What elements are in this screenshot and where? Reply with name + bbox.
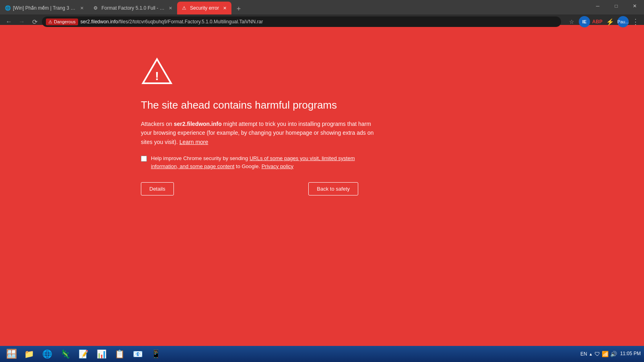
error-page: ! The site ahead contains harmful progra… (0, 25, 644, 346)
taskbar-app8[interactable]: 📱 (148, 347, 164, 361)
warning-icon-container: ! (141, 57, 382, 87)
tab-3[interactable]: ⚠ Security error ✕ (177, 2, 231, 14)
error-container: ! The site ahead contains harmful progra… (141, 57, 382, 195)
error-description: Attackers on ser2.filedwon.info might at… (141, 119, 382, 146)
url-path: /files/2/totcvr6uqbuhq9/Format.Factory.5… (118, 19, 263, 25)
taskbar-chrome[interactable]: 🌐 (39, 347, 56, 361)
profile-button[interactable]: Pau... (617, 16, 629, 27)
taskbar-file-explorer[interactable]: 📁 (21, 347, 37, 361)
checkbox-suffix: to Google. (234, 163, 260, 169)
menu-button[interactable]: ⋮ (630, 17, 641, 26)
learn-more-link[interactable]: Learn more (180, 139, 208, 145)
tray-icon-3: 🔊 (610, 351, 617, 357)
tab-bar: 🌐 [Win] Phần mềm | Trang 3 | Tinh... ✕ ⚙… (0, 0, 644, 14)
privacy-policy-link[interactable]: Privacy policy (262, 163, 293, 169)
close-button[interactable]: ✕ (625, 0, 644, 12)
chrome-frame: 🌐 [Win] Phần mềm | Trang 3 | Tinh... ✕ ⚙… (0, 0, 644, 25)
extension-1-button[interactable]: IE (579, 16, 590, 27)
clock: 11:05 PM (620, 351, 641, 357)
tab-1-close[interactable]: ✕ (80, 6, 84, 11)
toolbar-icons: ☆ IE ABP ⚡ Pau... ⋮ (566, 16, 641, 27)
dangerous-label: Dangerous (54, 19, 76, 24)
tray-icon-2: 📶 (602, 351, 609, 357)
tab-2[interactable]: ⚙ Format Factory 5.1.0 Full - Chuy... ✕ (89, 2, 177, 14)
window-controls: ─ □ ✕ (588, 0, 644, 12)
taskbar-powerpoint[interactable]: 📊 (93, 347, 110, 361)
tab-3-close[interactable]: ✕ (223, 6, 227, 11)
refresh-button[interactable]: ⟳ (29, 16, 40, 27)
maximize-button[interactable]: □ (607, 0, 625, 12)
app8-icon: 📱 (151, 349, 161, 359)
checkbox-label: Help improve Chrome security by sending … (151, 154, 382, 170)
chrome-icon: 🌐 (42, 349, 52, 359)
tab-2-label: Format Factory 5.1.0 Full - Chuy... (101, 5, 165, 11)
mail-icon: 📧 (133, 349, 143, 359)
new-tab-button[interactable]: + (233, 3, 244, 14)
taskbar-word[interactable]: 📝 (75, 347, 92, 361)
svg-text:!: ! (155, 69, 159, 82)
url-text: ser2.filedwon.info/files/2/totcvr6uqbuhq… (80, 19, 557, 25)
start-icon: 🪟 (6, 349, 17, 359)
language-indicator[interactable]: EN (580, 351, 587, 357)
address-bar-row: ← → ⟳ ⚠ Dangerous ser2.filedwon.info/fil… (0, 14, 644, 29)
tab-3-favicon: ⚠ (182, 5, 188, 11)
checkbox-prefix: Help improve Chrome security by sending (151, 155, 250, 161)
forward-button[interactable]: → (16, 16, 27, 27)
url-domain: ser2.filedwon.info (80, 19, 118, 25)
tab-1-label: [Win] Phần mềm | Trang 3 | Tinh... (13, 5, 76, 11)
details-button[interactable]: Details (141, 182, 174, 195)
tab-3-label: Security error (190, 5, 219, 11)
extension-3-button[interactable]: ⚡ (605, 16, 616, 27)
error-domain: ser2.filedwon.info (174, 121, 222, 127)
bookmark-button[interactable]: ☆ (566, 16, 577, 27)
warning-icon: ⚠ (48, 19, 52, 25)
tab-2-favicon: ⚙ (93, 5, 99, 11)
minimize-button[interactable]: ─ (588, 0, 607, 12)
excel-icon: 📋 (115, 349, 125, 359)
button-row: Details Back to safety (141, 182, 358, 195)
app3-icon: 🦎 (60, 349, 70, 359)
taskbar-mail[interactable]: 📧 (130, 347, 146, 361)
dangerous-badge: ⚠ Dangerous (46, 19, 78, 25)
tab-2-close[interactable]: ✕ (169, 6, 172, 11)
system-tray: EN ▲ 🛡 📶 🔊 (580, 351, 617, 357)
send-data-checkbox[interactable] (141, 156, 147, 162)
taskbar-excel[interactable]: 📋 (111, 347, 128, 361)
tab-1[interactable]: 🌐 [Win] Phần mềm | Trang 3 | Tinh... ✕ (0, 2, 89, 14)
word-icon: 📝 (78, 349, 89, 359)
back-button[interactable]: ← (3, 16, 14, 27)
warning-triangle-icon: ! (141, 57, 173, 85)
taskbar: 🪟 📁 🌐 🦎 📝 📊 📋 📧 📱 EN ▲ 🛡 📶 🔊 11:05 PM (0, 346, 644, 362)
up-arrow-icon: ▲ (589, 352, 593, 356)
taskbar-app3[interactable]: 🦎 (57, 347, 74, 361)
checkbox-row: Help improve Chrome security by sending … (141, 154, 382, 170)
back-to-safety-button[interactable]: Back to safety (308, 182, 358, 195)
file-explorer-icon: 📁 (24, 349, 34, 359)
error-title: The site ahead contains harmful programs (141, 99, 382, 111)
address-bar[interactable]: ⚠ Dangerous ser2.filedwon.info/files/2/t… (42, 16, 561, 27)
start-button[interactable]: 🪟 (3, 347, 19, 361)
extension-2-button[interactable]: ABP (592, 16, 603, 27)
tab-1-favicon: 🌐 (5, 5, 10, 11)
tray-icon-1: 🛡 (594, 351, 600, 357)
description-prefix: Attackers on (141, 121, 174, 127)
powerpoint-icon: 📊 (97, 349, 107, 359)
clock-time: 11:05 PM (620, 351, 641, 357)
taskbar-right: EN ▲ 🛡 📶 🔊 11:05 PM (580, 351, 641, 357)
